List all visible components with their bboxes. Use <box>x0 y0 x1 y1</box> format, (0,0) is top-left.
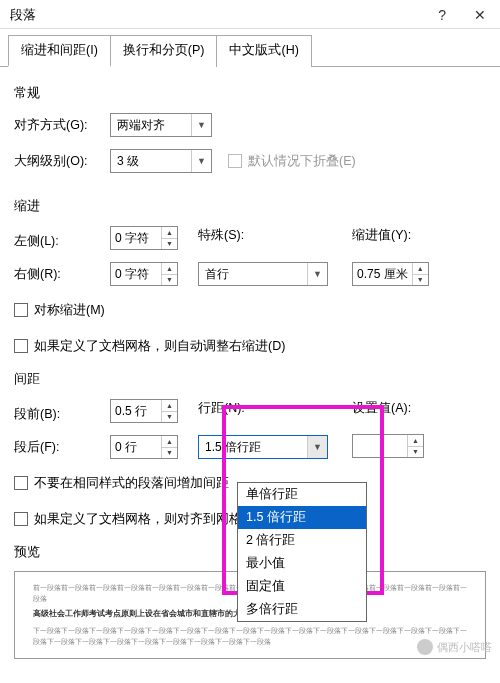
spin-down-icon[interactable]: ▼ <box>162 448 177 459</box>
chevron-down-icon: ▼ <box>307 263 327 285</box>
checkbox-icon <box>14 476 28 490</box>
tab-line-page-break[interactable]: 换行和分页(P) <box>110 35 218 67</box>
indent-value-label: 缩进值(Y): <box>352 227 486 244</box>
indent-left-spinner[interactable]: 0 字符 ▲▼ <box>110 226 178 250</box>
line-option-single[interactable]: 单倍行距 <box>238 483 366 506</box>
mirror-indent-checkbox[interactable]: 对称缩进(M) <box>14 302 105 319</box>
special-indent-label: 特殊(S): <box>198 227 332 244</box>
section-general: 常规 <box>14 85 486 102</box>
chevron-down-icon: ▼ <box>307 436 327 458</box>
space-before-label: 段前(B): <box>14 406 110 423</box>
space-before-spinner[interactable]: 0.5 行 ▲▼ <box>110 399 178 423</box>
line-spacing-select[interactable]: 1.5 倍行距 ▼ <box>198 435 328 459</box>
auto-adjust-right-indent-checkbox[interactable]: 如果定义了文档网格，则自动调整右缩进(D) <box>14 338 285 355</box>
chevron-down-icon: ▼ <box>191 114 211 136</box>
line-spacing-dropdown[interactable]: 单倍行距 1.5 倍行距 2 倍行距 最小值 固定值 多倍行距 <box>237 482 367 622</box>
spin-down-icon[interactable]: ▼ <box>162 239 177 250</box>
close-button[interactable]: ✕ <box>470 7 490 23</box>
spin-up-icon[interactable]: ▲ <box>162 263 177 275</box>
special-indent-select[interactable]: 首行 ▼ <box>198 262 328 286</box>
section-spacing: 间距 <box>14 371 486 388</box>
line-option-double[interactable]: 2 倍行距 <box>238 529 366 552</box>
space-after-label: 段后(F): <box>14 439 110 456</box>
line-option-multi[interactable]: 多倍行距 <box>238 598 366 621</box>
alignment-select[interactable]: 两端对齐 ▼ <box>110 113 212 137</box>
outline-level-label: 大纲级别(O): <box>14 153 110 170</box>
tab-indent-spacing[interactable]: 缩进和间距(I) <box>8 35 111 67</box>
indent-left-label: 左侧(L): <box>14 233 110 250</box>
spin-down-icon[interactable]: ▼ <box>162 275 177 286</box>
alignment-label: 对齐方式(G): <box>14 117 110 134</box>
set-value-label: 设置值(A): <box>352 400 486 417</box>
dialog-title: 段落 <box>10 6 36 24</box>
set-value-spinner[interactable]: ▲▼ <box>352 434 424 458</box>
checkbox-icon <box>14 512 28 526</box>
avatar-icon <box>417 639 433 655</box>
line-spacing-label: 行距(N): <box>198 400 332 417</box>
no-same-style-spacing-checkbox[interactable]: 不要在相同样式的段落间增加间距 <box>14 475 229 492</box>
tab-chinese-layout[interactable]: 中文版式(H) <box>216 35 311 67</box>
collapse-checkbox[interactable]: 默认情况下折叠(E) <box>228 153 356 170</box>
line-option-1-5[interactable]: 1.5 倍行距 <box>238 506 366 529</box>
spin-up-icon[interactable]: ▲ <box>408 435 423 447</box>
spin-up-icon[interactable]: ▲ <box>162 227 177 239</box>
checkbox-icon <box>14 339 28 353</box>
space-after-spinner[interactable]: 0 行 ▲▼ <box>110 435 178 459</box>
spin-up-icon[interactable]: ▲ <box>413 263 428 275</box>
section-indent: 缩进 <box>14 198 486 215</box>
snap-to-grid-checkbox[interactable]: 如果定义了文档网格，则对齐到网格 <box>14 511 242 528</box>
spin-up-icon[interactable]: ▲ <box>162 400 177 412</box>
line-option-min[interactable]: 最小值 <box>238 552 366 575</box>
line-option-fixed[interactable]: 固定值 <box>238 575 366 598</box>
spin-up-icon[interactable]: ▲ <box>162 436 177 448</box>
checkbox-icon <box>14 303 28 317</box>
indent-value-spinner[interactable]: 0.75 厘米 ▲▼ <box>352 262 429 286</box>
spin-down-icon[interactable]: ▼ <box>408 447 423 458</box>
spin-down-icon[interactable]: ▼ <box>162 412 177 423</box>
indent-right-label: 右侧(R): <box>14 266 110 283</box>
help-button[interactable]: ? <box>434 7 450 23</box>
spin-down-icon[interactable]: ▼ <box>413 275 428 286</box>
watermark: 偶西小嗒嗒 <box>417 639 492 655</box>
indent-right-spinner[interactable]: 0 字符 ▲▼ <box>110 262 178 286</box>
checkbox-icon <box>228 154 242 168</box>
outline-level-select[interactable]: 3 级 ▼ <box>110 149 212 173</box>
chevron-down-icon: ▼ <box>191 150 211 172</box>
